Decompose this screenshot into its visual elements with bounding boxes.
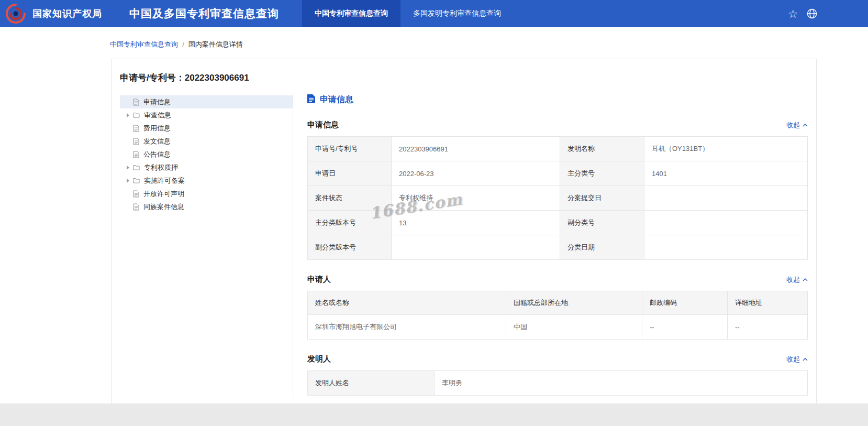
app-title: 中国及多国专利审查信息查询 (129, 6, 279, 21)
applicant-section-head: 申请人 收起 (307, 275, 808, 285)
inventor-section-head: 发明人 收起 (307, 354, 808, 364)
expand-caret-icon (127, 179, 129, 183)
expand-caret-icon (127, 166, 129, 170)
sidebar-item-family-cases[interactable]: 同族案件信息 (120, 200, 293, 213)
expand-caret-icon (127, 113, 129, 117)
application-info-table: 申请号/专利号 2022303906691 发明名称 耳机（OY131BT） 申… (307, 136, 808, 260)
sidebar-item-gazette-info[interactable]: 公告信息 (120, 148, 293, 161)
field-value: 2022303906691 (392, 137, 560, 161)
globe-icon[interactable] (806, 8, 818, 19)
applicant-table: 姓名或名称 国籍或总部所在地 邮政编码 详细地址 深圳市海翔旭电子有限公司 中国… (307, 291, 808, 340)
folder-icon (133, 112, 140, 118)
sidebar-item-label: 审查信息 (144, 111, 171, 120)
table-row: 发明人姓名 李明勇 (308, 371, 808, 396)
chevron-up-icon (803, 278, 808, 281)
cnipa-logo (5, 3, 26, 24)
applicant-nationality: 中国 (506, 315, 642, 340)
field-label: 发明名称 (560, 137, 644, 161)
case-number-title: 申请号/专利号：2022303906691 (120, 72, 808, 84)
header-icons: ☆ (788, 8, 868, 19)
sidebar-item-open-license-statement[interactable]: 开放许可声明 (120, 187, 293, 200)
field-value: 耳机（OY131BT） (644, 137, 808, 161)
blue-document-icon (307, 94, 315, 105)
section-title: 发明人 (307, 354, 331, 364)
inventor-name: 李明勇 (435, 371, 808, 396)
top-header: 国家知识产权局 中国及多国专利审查信息查询 中国专利审查信息查询 多国发明专利审… (0, 0, 868, 27)
sidebar-item-examination-info[interactable]: 审查信息 (120, 108, 293, 122)
column-header: 姓名或名称 (308, 291, 506, 315)
collapse-applicant-link[interactable]: 收起 (786, 275, 808, 285)
sidebar-item-label: 开放许可声明 (143, 189, 184, 199)
table-row: 案件状态 专利权维持 分案提交日 (308, 186, 808, 211)
page-body: 中国专利审查信息查询 / 国内案件信息详情 申请号/专利号：2022303906… (0, 27, 868, 403)
document-icon (133, 190, 139, 198)
collapse-label: 收起 (786, 355, 800, 364)
org-name: 国家知识产权局 (32, 7, 102, 20)
sidebar-item-label: 申请信息 (143, 97, 171, 107)
document-icon (133, 125, 139, 132)
field-value (644, 235, 808, 260)
breadcrumb: 中国专利审查信息查询 / 国内案件信息详情 (0, 27, 868, 59)
section-title: 申请人 (307, 275, 331, 285)
case-detail-card: 申请号/专利号：2022303906691 申请信息 审查信息 (111, 59, 817, 403)
field-label: 申请号/专利号 (308, 137, 392, 161)
sidebar-item-application-info[interactable]: 申请信息 (120, 95, 293, 108)
collapse-label: 收起 (786, 275, 800, 285)
inventor-table: 发明人姓名 李明勇 (307, 370, 808, 396)
table-row: 副分类版本号 分类日期 (308, 235, 808, 260)
column-header: 国籍或总部所在地 (506, 291, 642, 315)
tab-multi-country-query[interactable]: 多国发明专利审查信息查询 (400, 0, 514, 27)
sidebar-item-label: 发文信息 (143, 137, 171, 146)
breadcrumb-root-link[interactable]: 中国专利审查信息查询 (110, 40, 178, 49)
field-label: 主分类版本号 (308, 211, 392, 235)
field-value: 2022-06-23 (392, 161, 560, 186)
sidebar-item-label: 实施许可备案 (144, 176, 185, 185)
sidebar-item-label: 专利权质押 (144, 163, 178, 172)
field-label: 主分类号 (560, 161, 644, 186)
field-value: 1401 (644, 161, 808, 186)
tab-china-patent-query[interactable]: 中国专利审查信息查询 (302, 0, 400, 27)
sidebar-item-fee-info[interactable]: 费用信息 (120, 122, 293, 135)
sidebar-item-license-record[interactable]: 实施许可备案 (120, 174, 293, 187)
table-row: 深圳市海翔旭电子有限公司 中国 -- -- (308, 315, 808, 340)
section-tree: 申请信息 审查信息 费用信息 (120, 93, 293, 399)
table-row: 申请日 2022-06-23 主分类号 1401 (308, 161, 808, 186)
field-value (392, 235, 560, 260)
content-header-title: 申请信息 (320, 94, 353, 105)
field-value (644, 211, 808, 235)
header-tabs: 中国专利审查信息查询 多国发明专利审查信息查询 (302, 0, 514, 27)
content-header: 申请信息 (307, 94, 808, 105)
sidebar-item-patent-pledge[interactable]: 专利权质押 (120, 161, 293, 174)
collapse-inventor-link[interactable]: 收起 (786, 355, 808, 364)
column-header: 邮政编码 (642, 291, 728, 315)
field-label: 分案提交日 (560, 186, 644, 211)
field-label: 案件状态 (308, 186, 392, 211)
field-label: 分类日期 (560, 235, 644, 260)
sidebar-item-label: 费用信息 (143, 124, 171, 133)
application-info-section-head: 申请信息 收起 (307, 120, 808, 130)
applicant-postcode: -- (642, 315, 728, 340)
document-icon (133, 138, 139, 145)
document-icon (133, 203, 139, 211)
field-label: 申请日 (308, 161, 392, 186)
applicant-address: -- (728, 315, 808, 340)
sidebar-item-label: 同族案件信息 (143, 202, 184, 212)
column-header: 详细地址 (728, 291, 808, 315)
table-header-row: 姓名或名称 国籍或总部所在地 邮政编码 详细地址 (308, 291, 808, 315)
field-value (644, 186, 808, 211)
sidebar-item-label: 公告信息 (143, 150, 171, 159)
field-value: 专利权维持 (392, 186, 560, 211)
table-row: 申请号/专利号 2022303906691 发明名称 耳机（OY131BT） (308, 137, 808, 161)
section-title: 申请信息 (307, 120, 339, 130)
folder-icon (133, 178, 140, 183)
field-label: 发明人姓名 (308, 371, 435, 396)
breadcrumb-separator: / (182, 41, 184, 49)
chevron-up-icon (803, 124, 808, 127)
favorite-star-icon[interactable]: ☆ (788, 8, 798, 19)
collapse-application-info-link[interactable]: 收起 (786, 121, 808, 130)
chevron-up-icon (803, 358, 808, 361)
field-label: 副分类版本号 (308, 235, 392, 260)
document-icon (133, 99, 139, 106)
sidebar-item-issued-documents[interactable]: 发文信息 (120, 135, 293, 148)
applicant-name: 深圳市海翔旭电子有限公司 (308, 315, 506, 340)
